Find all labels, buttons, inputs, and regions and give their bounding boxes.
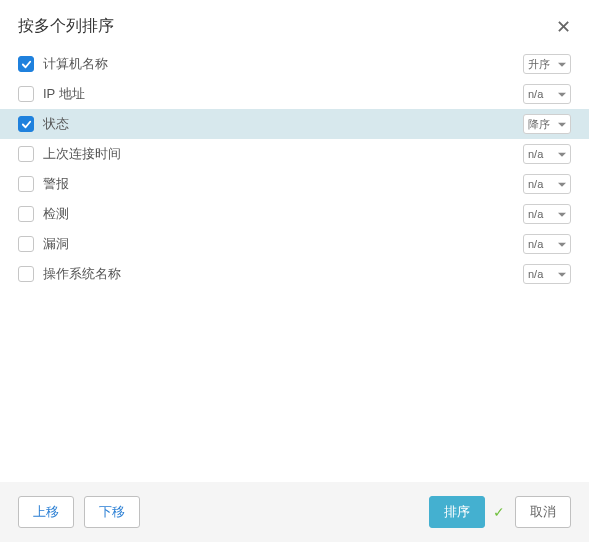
- column-label: 操作系统名称: [43, 265, 121, 283]
- column-label: IP 地址: [43, 85, 85, 103]
- dialog-title: 按多个列排序: [18, 16, 114, 37]
- sort-row[interactable]: 警报n/a: [0, 169, 589, 199]
- column-checkbox[interactable]: [18, 176, 34, 192]
- move-up-button[interactable]: 上移: [18, 496, 74, 528]
- column-checkbox[interactable]: [18, 116, 34, 132]
- column-checkbox[interactable]: [18, 266, 34, 282]
- dialog-header: 按多个列排序 ✕: [0, 0, 589, 49]
- order-select[interactable]: 降序: [523, 114, 571, 134]
- column-label: 漏洞: [43, 235, 69, 253]
- column-checkbox[interactable]: [18, 146, 34, 162]
- dialog-footer: 上移 下移 排序 ✓ 取消: [0, 482, 589, 542]
- column-checkbox[interactable]: [18, 236, 34, 252]
- order-select[interactable]: n/a: [523, 174, 571, 194]
- order-select[interactable]: n/a: [523, 234, 571, 254]
- order-select[interactable]: n/a: [523, 84, 571, 104]
- order-select[interactable]: n/a: [523, 144, 571, 164]
- checkmark-icon: ✓: [493, 504, 505, 520]
- cancel-button[interactable]: 取消: [515, 496, 571, 528]
- sort-row[interactable]: 漏洞n/a: [0, 229, 589, 259]
- column-label: 状态: [43, 115, 69, 133]
- column-label: 计算机名称: [43, 55, 108, 73]
- column-checkbox[interactable]: [18, 206, 34, 222]
- sort-row[interactable]: 上次连接时间n/a: [0, 139, 589, 169]
- sort-row[interactable]: IP 地址n/a: [0, 79, 589, 109]
- sort-row[interactable]: 操作系统名称n/a: [0, 259, 589, 289]
- close-icon[interactable]: ✕: [556, 18, 571, 36]
- sort-row[interactable]: 计算机名称升序: [0, 49, 589, 79]
- column-checkbox[interactable]: [18, 86, 34, 102]
- order-select[interactable]: n/a: [523, 264, 571, 284]
- sort-row[interactable]: 状态降序: [0, 109, 589, 139]
- column-checkbox[interactable]: [18, 56, 34, 72]
- sort-columns-list: 计算机名称升序IP 地址n/a状态降序上次连接时间n/a警报n/a检测n/a漏洞…: [0, 49, 589, 482]
- sort-button[interactable]: 排序: [429, 496, 485, 528]
- move-down-button[interactable]: 下移: [84, 496, 140, 528]
- column-label: 检测: [43, 205, 69, 223]
- order-select[interactable]: n/a: [523, 204, 571, 224]
- order-select[interactable]: 升序: [523, 54, 571, 74]
- sort-row[interactable]: 检测n/a: [0, 199, 589, 229]
- column-label: 上次连接时间: [43, 145, 121, 163]
- column-label: 警报: [43, 175, 69, 193]
